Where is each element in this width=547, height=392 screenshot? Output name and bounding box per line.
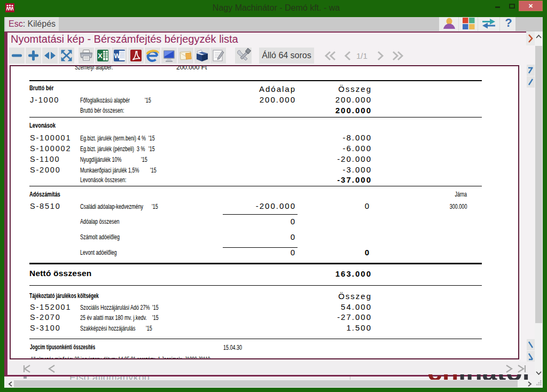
svg-text:X: X (98, 52, 103, 60)
svg-text:W: W (114, 52, 121, 60)
